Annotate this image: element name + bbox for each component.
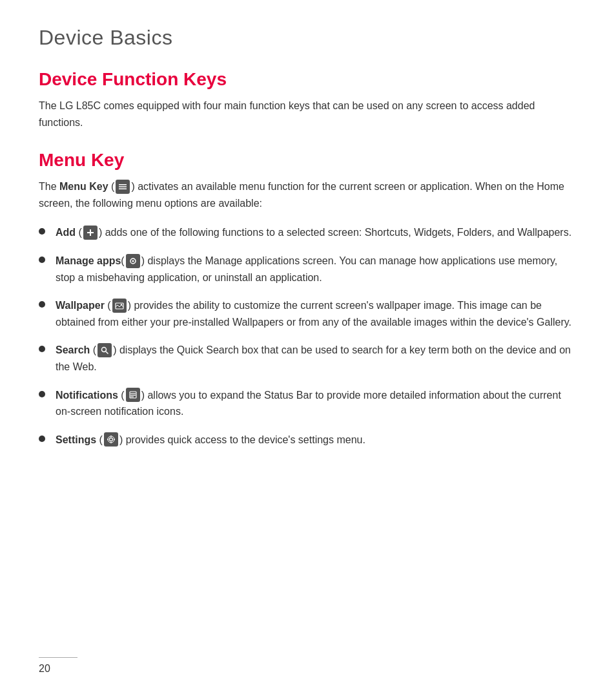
bullet-add: Add ( ) adds one of the following functi…	[39, 224, 577, 241]
bullet-manage-content: Manage apps( ) displays the Manage appli…	[56, 253, 577, 286]
settings-icon	[104, 432, 118, 447]
bullet-dot	[39, 346, 45, 352]
bullet-dot	[39, 257, 45, 263]
svg-rect-19	[107, 439, 108, 440]
menu-key-section: Menu Key The Menu Key ( ) activates an a…	[39, 150, 577, 448]
bullet-dot	[39, 436, 45, 442]
svg-point-15	[109, 438, 112, 441]
menu-key-term: Menu Key	[59, 181, 108, 192]
manage-apps-icon	[126, 254, 140, 268]
menu-key-icon	[116, 180, 130, 194]
page-number-area: 20	[39, 657, 77, 675]
add-icon	[83, 226, 98, 240]
menu-key-heading: Menu Key	[39, 150, 577, 171]
search-icon	[98, 343, 112, 357]
chapter-title: Device Basics	[39, 26, 577, 50]
svg-rect-18	[110, 442, 111, 443]
bullet-wallpaper-content: Wallpaper ( ) provides the ability to cu…	[56, 297, 577, 330]
svg-point-16	[108, 436, 114, 443]
divider-line	[39, 657, 77, 658]
device-function-keys-section: Device Function Keys The LG L85C comes e…	[39, 69, 577, 131]
bullet-dot	[39, 391, 45, 397]
manage-apps-term: Manage apps	[56, 255, 121, 266]
search-term: Search	[56, 344, 90, 355]
notifications-term: Notifications	[56, 390, 118, 401]
svg-rect-2	[119, 188, 127, 189]
menu-options-list: Add ( ) adds one of the following functi…	[39, 224, 577, 448]
bullet-dot	[39, 228, 45, 235]
bullet-settings: Settings ( ) provides quick access to th…	[39, 432, 577, 448]
svg-point-9	[102, 348, 107, 352]
svg-rect-13	[130, 395, 136, 395]
bullet-add-content: Add ( ) adds one of the following functi…	[56, 224, 577, 241]
svg-rect-20	[114, 439, 115, 440]
add-term: Add	[56, 227, 76, 238]
bullet-settings-content: Settings ( ) provides quick access to th…	[56, 432, 577, 448]
bullet-dot	[39, 301, 45, 308]
svg-rect-1	[119, 186, 127, 187]
svg-rect-0	[119, 184, 127, 185]
notifications-icon	[126, 388, 140, 402]
menu-key-intro: The Menu Key ( ) activates an available …	[39, 178, 577, 211]
wallpaper-icon	[112, 299, 127, 313]
bullet-notifications: Notifications ( ) allows you to expand t…	[39, 387, 577, 420]
bullet-wallpaper: Wallpaper ( ) provides the ability to cu…	[39, 297, 577, 330]
page-container: Device Basics Device Function Keys The L…	[0, 0, 616, 694]
device-function-keys-heading: Device Function Keys	[39, 69, 577, 90]
wallpaper-term: Wallpaper	[56, 300, 105, 311]
page-number: 20	[39, 663, 50, 674]
svg-point-8	[120, 304, 121, 305]
svg-line-10	[106, 352, 108, 354]
svg-rect-12	[130, 394, 136, 394]
bullet-search-content: Search ( ) displays the Quick Search box…	[56, 342, 577, 375]
svg-point-6	[132, 260, 134, 262]
bullet-search: Search ( ) displays the Quick Search box…	[39, 342, 577, 375]
svg-rect-17	[110, 436, 111, 437]
settings-term: Settings	[56, 434, 96, 445]
svg-rect-4	[87, 232, 94, 233]
bullet-manage-apps: Manage apps( ) displays the Manage appli…	[39, 253, 577, 286]
svg-rect-14	[130, 397, 134, 397]
device-function-keys-body: The LG L85C comes equipped with four mai…	[39, 98, 577, 131]
bullet-notifications-content: Notifications ( ) allows you to expand t…	[56, 387, 577, 420]
